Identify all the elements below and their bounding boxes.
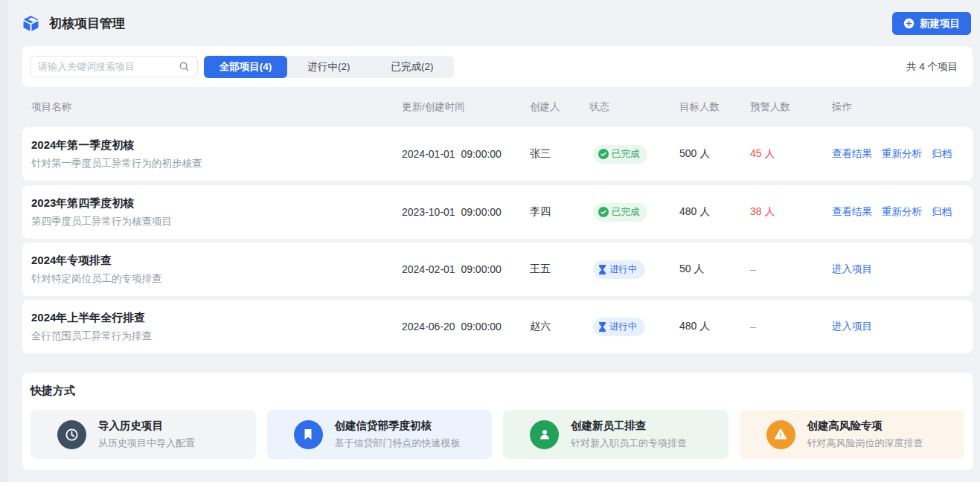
archive-link[interactable]: 归档 bbox=[932, 205, 952, 219]
col-header-actions: 操作 bbox=[832, 100, 964, 114]
project-time: 2024-01-01 09:00:00 bbox=[402, 148, 530, 160]
shortcut-title: 创建高风险专项 bbox=[807, 419, 923, 433]
col-header-status: 状态 bbox=[589, 100, 679, 114]
target-count: 50 人 bbox=[679, 263, 750, 276]
status-label: 已完成 bbox=[612, 148, 640, 161]
check-circle-icon bbox=[598, 149, 609, 159]
warning-count: – bbox=[750, 321, 832, 332]
warning-count: 45 人 bbox=[750, 147, 832, 161]
search-placeholder: 请输入关键词搜索项目 bbox=[38, 60, 173, 74]
toolbar: 请输入关键词搜索项目 全部项目(4) 进行中(2) 已完成(2) 共 4 个项目 bbox=[22, 46, 973, 87]
project-creator: 张三 bbox=[530, 147, 589, 161]
table-row: 2024年第一季度初核 针对第一季度员工异常行为的初步核查 2024-01-01… bbox=[22, 127, 973, 181]
view-results-link[interactable]: 查看结果 bbox=[832, 147, 872, 161]
project-name: 2024年专项排查 bbox=[31, 254, 402, 268]
table-row: 2024年上半年全行排查 全行范围员工异常行为排查 2024-06-20 09:… bbox=[22, 300, 973, 353]
warning-icon bbox=[766, 420, 795, 449]
shortcut-title: 导入历史项目 bbox=[98, 419, 195, 433]
reanalyze-link[interactable]: 重新分析 bbox=[882, 147, 922, 161]
table-row: 2024年专项排查 针对特定岗位员工的专项排查 2024-02-01 09:00… bbox=[22, 242, 973, 296]
status-badge: 已完成 bbox=[593, 203, 647, 222]
target-count: 500 人 bbox=[679, 147, 750, 161]
row-actions: 进入项目 bbox=[832, 320, 964, 333]
tab-in-progress[interactable]: 进行中(2) bbox=[287, 56, 371, 78]
row-actions: 查看结果 重新分析 归档 bbox=[832, 205, 964, 219]
check-circle-icon bbox=[598, 207, 609, 217]
bookmark-icon bbox=[294, 420, 323, 449]
status-badge: 进行中 bbox=[593, 318, 645, 336]
project-time: 2024-02-01 09:00:00 bbox=[402, 263, 530, 275]
shortcut-desc: 从历史项目中导入配置 bbox=[98, 437, 195, 450]
table-row: 2023年第四季度初核 第四季度员工异常行为核查项目 2023-10-01 09… bbox=[22, 185, 973, 239]
target-count: 480 人 bbox=[679, 205, 750, 219]
row-actions: 进入项目 bbox=[832, 263, 964, 276]
project-name: 2024年上半年全行排查 bbox=[31, 311, 402, 325]
shortcut-credit-dept-review[interactable]: 创建信贷部季度初核 基于信贷部门特点的快速模板 bbox=[267, 410, 493, 459]
col-header-time: 更新/创建时间 bbox=[402, 100, 530, 114]
project-desc: 第四季度员工异常行为核查项目 bbox=[31, 215, 402, 228]
project-creator: 李四 bbox=[530, 205, 589, 219]
hourglass-icon bbox=[598, 265, 606, 274]
warning-count: – bbox=[750, 263, 832, 275]
shortcut-desc: 针对高风险岗位的深度排查 bbox=[807, 437, 923, 450]
status-label: 已完成 bbox=[612, 206, 640, 219]
project-name: 2024年第一季度初核 bbox=[31, 138, 402, 152]
enter-project-link[interactable]: 进入项目 bbox=[832, 320, 872, 333]
user-icon bbox=[530, 420, 559, 449]
hourglass-icon bbox=[598, 322, 606, 332]
total-project-count: 共 4 个项目 bbox=[906, 60, 958, 74]
project-time: 2024-06-20 09:00:00 bbox=[402, 321, 530, 332]
enter-project-link[interactable]: 进入项目 bbox=[832, 263, 872, 276]
table-header: 项目名称 更新/创建时间 创建人 状态 目标人数 预警人数 操作 bbox=[22, 87, 973, 127]
shortcuts-section: 快捷方式 导入历史项目 从历史项目中导入配置 创建信贷部季度初核 bbox=[22, 373, 973, 470]
project-creator: 王五 bbox=[530, 263, 589, 276]
project-name: 2023年第四季度初核 bbox=[31, 196, 402, 211]
shortcut-title: 创建新员工排查 bbox=[571, 419, 687, 433]
project-desc: 针对特定岗位员工的专项排查 bbox=[31, 272, 402, 286]
plus-circle-icon bbox=[903, 18, 915, 29]
view-results-link[interactable]: 查看结果 bbox=[832, 205, 872, 219]
status-label: 进行中 bbox=[609, 263, 638, 276]
col-header-creator: 创建人 bbox=[530, 100, 589, 114]
search-input[interactable]: 请输入关键词搜索项目 bbox=[30, 56, 198, 77]
page-header: 初核项目管理 新建项目 bbox=[22, 0, 973, 46]
status-badge: 进行中 bbox=[593, 260, 645, 279]
shortcuts-title: 快捷方式 bbox=[31, 384, 964, 398]
project-creator: 赵六 bbox=[530, 320, 589, 333]
archive-link[interactable]: 归档 bbox=[932, 147, 952, 161]
search-icon bbox=[179, 61, 190, 72]
page-title: 初核项目管理 bbox=[49, 15, 125, 32]
shortcut-high-risk-special[interactable]: 创建高风险专项 针对高风险岗位的深度排查 bbox=[740, 410, 965, 459]
tab-completed[interactable]: 已完成(2) bbox=[371, 56, 454, 78]
shortcut-desc: 基于信贷部门特点的快速模板 bbox=[335, 437, 461, 450]
shortcut-new-employee-check[interactable]: 创建新员工排查 针对新入职员工的专项排查 bbox=[503, 410, 728, 459]
new-project-button[interactable]: 新建项目 bbox=[892, 12, 971, 35]
project-filter-tabs: 全部项目(4) 进行中(2) 已完成(2) bbox=[204, 56, 454, 78]
tab-all-projects[interactable]: 全部项目(4) bbox=[204, 56, 287, 78]
row-actions: 查看结果 重新分析 归档 bbox=[832, 147, 964, 161]
shortcut-title: 创建信贷部季度初核 bbox=[335, 419, 461, 433]
shortcut-desc: 针对新入职员工的专项排查 bbox=[571, 437, 687, 450]
col-header-name: 项目名称 bbox=[31, 100, 402, 114]
project-desc: 全行范围员工异常行为排查 bbox=[31, 330, 402, 343]
shortcut-import-history[interactable]: 导入历史项目 从历史项目中导入配置 bbox=[31, 410, 256, 459]
reanalyze-link[interactable]: 重新分析 bbox=[882, 205, 922, 219]
shortcut-tiles: 导入历史项目 从历史项目中导入配置 创建信贷部季度初核 基于信贷部门特点的快速模… bbox=[31, 410, 964, 459]
col-header-target: 目标人数 bbox=[679, 100, 750, 114]
status-label: 进行中 bbox=[609, 321, 638, 333]
status-badge: 已完成 bbox=[593, 145, 647, 164]
clock-icon bbox=[57, 420, 86, 449]
target-count: 480 人 bbox=[679, 320, 750, 333]
project-desc: 针对第一季度员工异常行为的初步核查 bbox=[31, 157, 402, 170]
warning-count: 38 人 bbox=[750, 205, 832, 219]
col-header-warning: 预警人数 bbox=[750, 100, 832, 114]
page-left-edge bbox=[0, 0, 7, 482]
project-time: 2023-10-01 09:00:00 bbox=[402, 206, 530, 218]
box-icon bbox=[22, 15, 39, 32]
